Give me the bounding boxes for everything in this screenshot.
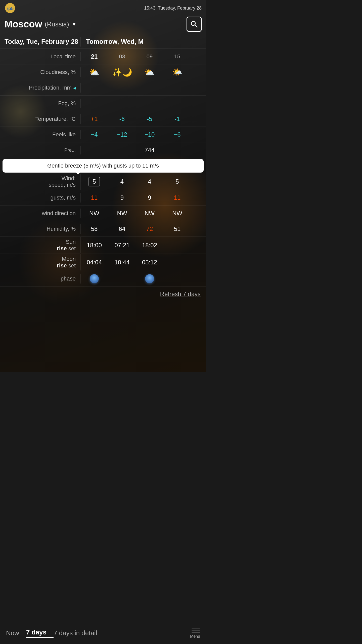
temp-today: +1 [80, 114, 108, 124]
wind-dir-t2: NW [136, 208, 163, 218]
dropdown-arrow-icon: ▼ [72, 21, 77, 27]
refresh-button[interactable]: Refresh 7 days [160, 291, 201, 298]
feels-today: −4 [80, 130, 108, 140]
gusts-t3: 11 [163, 193, 191, 203]
temp-t3: -1 [163, 114, 191, 124]
humidity-row: Humidity, % 58 64 72 51 [0, 221, 206, 237]
gusts-t2: 9 [136, 193, 163, 203]
precipitation-row: Precipitation, mm ◂ [0, 80, 206, 96]
wind-speed-row: Wind: speed, m/s 5 4 4 5 [0, 174, 206, 190]
feels-like-row: Feels like −4 −12 −10 −6 [0, 127, 206, 142]
wind-direction-row: wind direction NW NW NW NW [0, 206, 206, 221]
moon-phase-today [80, 273, 108, 285]
humidity-t2: 72 [136, 224, 163, 234]
moon-phase-row: phase [0, 271, 206, 287]
wind-gusts-label: gusts, m/s [0, 193, 80, 203]
refresh-row: Refresh 7 days [0, 287, 206, 302]
fog-today [80, 102, 108, 105]
moon-phase-t3 [163, 277, 191, 280]
data-table: Local time 21 03 09 15 Cloudiness, % ⛅ ✨… [0, 49, 206, 158]
svg-point-2 [191, 21, 195, 25]
wind-speed-today-box: 5 [88, 177, 100, 186]
wind-speed-label: Wind: speed, m/s [0, 174, 80, 190]
time-15: 15 [163, 52, 191, 61]
status-bar: rp5 15:43, Tuesday, February 28 [0, 0, 206, 15]
precip-arrow-icon: ◂ [73, 85, 76, 91]
sun-row: Sun rise set 18:00 07:21 18:02 [0, 237, 206, 254]
wind-speed-today: 5 [80, 175, 108, 188]
moon-phase-label: phase [0, 274, 80, 284]
cloudiness-today-icon: ⛅ [80, 66, 108, 78]
wind-speed-label-sub: speed, m/s [5, 182, 76, 188]
sun-label-line2: rise set [5, 245, 76, 252]
humidity-today: 58 [80, 224, 108, 234]
svg-line-3 [195, 25, 197, 27]
humidity-t3: 51 [163, 224, 191, 234]
fog-t3 [163, 102, 191, 105]
city-name: Moscow [5, 19, 42, 30]
wind-dir-today: NW [80, 208, 108, 218]
fog-label: Fog, % [0, 99, 80, 108]
cloudiness-row: Cloudiness, % ⛅ ✨🌙 ⛅ 🌤️ [0, 64, 206, 80]
cloudiness-t2-icon: ⛅ [136, 66, 163, 78]
today-header: Today, Tue, February 28 [0, 37, 80, 47]
moon-phase-t2-icon [145, 274, 154, 283]
temperature-row: Temperature, °C +1 -6 -5 -1 [0, 111, 206, 127]
temp-t2: -5 [136, 114, 163, 124]
pressure-label: Pre... [0, 146, 80, 154]
moon-row: Moon rise set 04:04 10:44 05:12 [0, 254, 206, 271]
feels-t1: −12 [108, 130, 136, 140]
tomorrow-header: Tomorrow, Wed, M [80, 37, 206, 47]
cloudiness-t1-icon: ✨🌙 [108, 66, 136, 78]
wind-gusts-row: gusts, m/s 11 9 9 11 [0, 190, 206, 206]
feels-like-label: Feels like [0, 130, 80, 139]
cloudiness-t3-icon: 🌤️ [163, 66, 191, 78]
moon-phase-today-icon [90, 274, 99, 283]
sun-tomorrow-set: 18:02 [136, 240, 163, 250]
location-row[interactable]: Moscow (Russia) ▼ [5, 19, 77, 30]
sun-today-set: 18:00 [80, 240, 108, 250]
wind-speed-t2: 4 [136, 177, 163, 187]
moon-label-lines: rise set [5, 262, 76, 269]
wind-dir-t3: NW [163, 208, 191, 218]
moon-label: Moon rise set [0, 254, 80, 270]
moon-t3 [163, 261, 191, 264]
moon-phase-t1 [108, 277, 136, 280]
fog-t2 [136, 102, 163, 105]
sun-t3 [163, 244, 191, 247]
moon-phase-t2 [136, 273, 163, 285]
moon-tomorrow-set: 05:12 [136, 257, 163, 267]
app-logo-icon: rp5 [5, 3, 16, 14]
wind-speed-t3: 5 [163, 177, 191, 187]
moon-label-line1: Moon [5, 256, 76, 262]
humidity-t1: 64 [108, 224, 136, 234]
precip-t3 [163, 86, 191, 89]
search-icon [190, 20, 198, 28]
precip-t1 [108, 86, 136, 89]
fog-t1 [108, 102, 136, 105]
status-time: 15:43, Tuesday, February 28 [144, 6, 202, 11]
wind-tooltip-wrapper: Gentle breeze (5 m/s) with gusts up to 1… [0, 159, 206, 173]
pressure-t2: 744 [136, 145, 163, 155]
wind-direction-label: wind direction [0, 209, 80, 218]
wind-table: Wind: speed, m/s 5 4 4 5 gusts, m/s 11 9… [0, 174, 206, 287]
precip-t2 [136, 86, 163, 89]
day-headers: Today, Tue, February 28 Tomorrow, Wed, M [0, 35, 206, 49]
pressure-today [80, 149, 108, 152]
feels-t3: −6 [163, 130, 191, 140]
header: Moscow (Russia) ▼ [0, 15, 206, 35]
search-button[interactable] [187, 17, 202, 32]
wind-label-line1: Wind: [5, 175, 76, 182]
humidity-label: Humidity, % [0, 224, 80, 234]
sun-tomorrow-rise: 07:21 [108, 240, 136, 250]
wind-tooltip: Gentle breeze (5 m/s) with gusts up to 1… [3, 159, 204, 173]
time-03: 03 [108, 52, 136, 61]
pressure-row: Pre... 744 [0, 142, 206, 158]
svg-text:rp5: rp5 [7, 6, 14, 11]
today-time: 21 [80, 52, 108, 62]
fog-row: Fog, % [0, 96, 206, 111]
precipitation-label: Precipitation, mm ◂ [0, 83, 80, 93]
country-name: (Russia) [45, 20, 69, 28]
precip-today [80, 86, 108, 89]
time-09: 09 [136, 52, 163, 61]
